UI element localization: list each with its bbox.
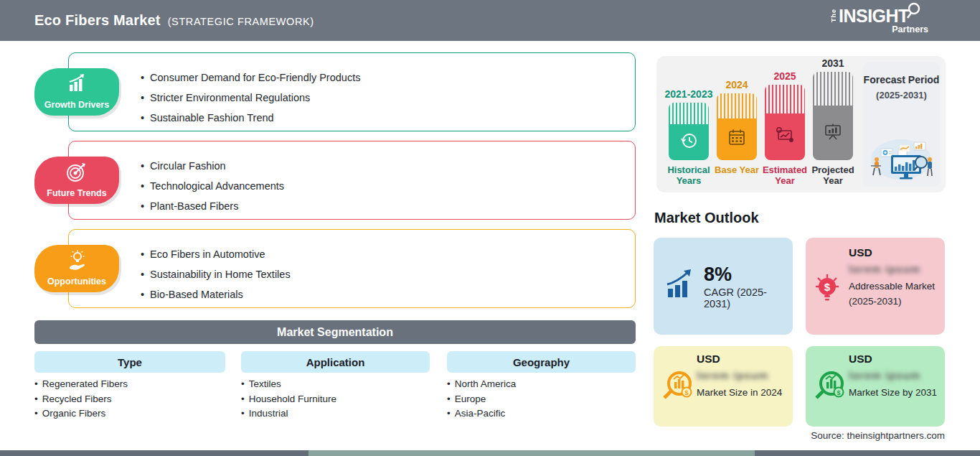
list-item: Recycled Fibers [34, 392, 128, 407]
market-size-2031-card: $ USD lorem ipsum Market Size by 2031 [806, 346, 945, 427]
timeline-bar-estimated [765, 85, 805, 160]
currency-label: USD [849, 353, 938, 366]
cagr-label: CAGR (2025-2031) [704, 287, 793, 310]
svg-text:$: $ [824, 280, 831, 292]
list-item: Eco Fibers in Automotive [141, 244, 635, 264]
page-subtitle: (STRATEGIC FRAMEWORK) [168, 16, 314, 27]
badge-label: Opportunities [47, 276, 106, 287]
insight-partners-logo: The INSIGHT Partners [831, 6, 938, 37]
growth-bars-icon [664, 269, 697, 304]
segment-list-geography: North America Europe Asia-Pacific [447, 377, 516, 422]
page-title: Eco Fibers Market [34, 12, 161, 29]
list-item: Bio-Based Materials [141, 284, 635, 304]
future-trends-list: Circular Fashion Technological Advanceme… [69, 141, 635, 216]
timeline-bar-projected [813, 72, 853, 160]
redacted-value: lorem ipsum [849, 369, 920, 381]
logo-insight-text: INSIGHT [839, 7, 909, 25]
idea-hand-icon [34, 250, 119, 273]
badge-label: Growth Drivers [44, 100, 109, 110]
card-label: Addressable Market (2025-2031) [849, 279, 938, 309]
research-timeline-card: 2021-2023 2024 2025 2031 [656, 56, 946, 192]
list-item: Technological Advancements [141, 176, 635, 196]
badge-label: Future Trends [47, 188, 106, 198]
list-item: Regenerated Fibers [34, 377, 128, 392]
estimate-analysis-icon [773, 125, 796, 148]
cagr-value: 8% [704, 264, 793, 285]
bulb-dollar-icon: $ [809, 238, 846, 335]
list-item: Plant-Based Fibers [141, 196, 635, 216]
market-size-2024-card: $ USD lorem ipsum Market Size in 2024 [654, 346, 793, 427]
logo-partners-text: Partners [892, 24, 928, 34]
logo-the-text: The [831, 9, 837, 22]
growth-drivers-box: Consumer Demand for Eco-Friendly Product… [68, 52, 636, 131]
timeline-bar-base [717, 93, 757, 160]
list-item: Sustainable Fashion Trend [141, 108, 635, 128]
svg-text:$: $ [837, 389, 840, 396]
segment-header-type: Type [34, 351, 225, 373]
redacted-value: lorem ipsum [697, 369, 768, 381]
segment-header-geography: Geography [447, 351, 636, 373]
timeline-bar-historical [669, 103, 709, 160]
timeline-year: 2025 [756, 70, 814, 82]
footer-strip [0, 450, 980, 456]
infographic-page: Eco Fibers Market (STRATEGIC FRAMEWORK) … [0, 0, 980, 456]
card-label: Market Size by 2031 [849, 385, 938, 400]
redacted-value: lorem ipsum [849, 263, 920, 275]
segment-list-type: Regenerated Fibers Recycled Fibers Organ… [34, 377, 128, 422]
segment-list-application: Textiles Household Furniture Industrial [241, 377, 336, 422]
forecast-period-panel: Forecast Period (2025-2031) [863, 62, 940, 187]
svg-text:$: $ [684, 389, 688, 396]
growth-chart-icon [34, 73, 119, 95]
future-trends-badge: Future Trends [34, 157, 119, 204]
market-segmentation-title: Market Segmentation [277, 326, 393, 339]
growth-drivers-list: Consumer Demand for Eco-Friendly Product… [69, 53, 635, 128]
list-item: Stricter Environmental Regulations [141, 88, 635, 108]
timeline-year: 2031 [804, 57, 862, 69]
opportunities-badge: Opportunities [34, 245, 119, 292]
magnifier-chart-icon: $ [659, 346, 697, 427]
target-icon [34, 162, 119, 185]
forecast-period-range: (2025-2031) [863, 90, 940, 101]
segment-header-application: Application [241, 351, 430, 373]
analysts-illustration [867, 125, 936, 184]
future-trends-box: Circular Fashion Technological Advanceme… [68, 141, 636, 220]
projection-board-icon [822, 121, 844, 145]
cagr-card: 8% CAGR (2025-2031) [654, 238, 793, 335]
list-item: Asia-Pacific [447, 406, 516, 422]
card-label: Market Size in 2024 [697, 385, 786, 400]
currency-label: USD [697, 353, 786, 366]
list-item: Organic Fibers [34, 406, 128, 422]
magnifier-chart-icon: $ [811, 346, 849, 427]
header-title-wrap: Eco Fibers Market (STRATEGIC FRAMEWORK) [34, 12, 314, 29]
header-bar: Eco Fibers Market (STRATEGIC FRAMEWORK) … [0, 0, 980, 41]
opportunities-box: Eco Fibers in Automotive Sustainability … [68, 229, 636, 308]
addressable-market-card: $ USD lorem ipsum Addressable Market (20… [806, 238, 945, 335]
list-item: Textiles [241, 377, 336, 392]
list-item: Europe [447, 392, 516, 407]
growth-drivers-badge: Growth Drivers [34, 68, 119, 116]
calendar-icon [726, 127, 748, 152]
list-item: Household Furniture [241, 392, 336, 407]
list-item: Sustainability in Home Textiles [141, 264, 635, 284]
forecast-period-label: Forecast Period [863, 74, 940, 86]
list-item: Industrial [241, 406, 336, 422]
market-segmentation-bar: Market Segmentation [34, 320, 636, 344]
list-item: North America [447, 377, 516, 392]
timeline-caption: Projected Year [804, 164, 862, 186]
source-attribution: Source: theinsightpartners.com [811, 430, 945, 441]
magnifier-icon [906, 6, 920, 25]
opportunities-list: Eco Fibers in Automotive Sustainability … [69, 230, 635, 304]
list-item: Circular Fashion [141, 156, 635, 176]
history-clock-icon [678, 130, 699, 154]
market-outlook-title: Market Outlook [654, 210, 759, 226]
list-item: Consumer Demand for Eco-Friendly Product… [141, 68, 635, 88]
currency-label: USD [849, 246, 938, 259]
